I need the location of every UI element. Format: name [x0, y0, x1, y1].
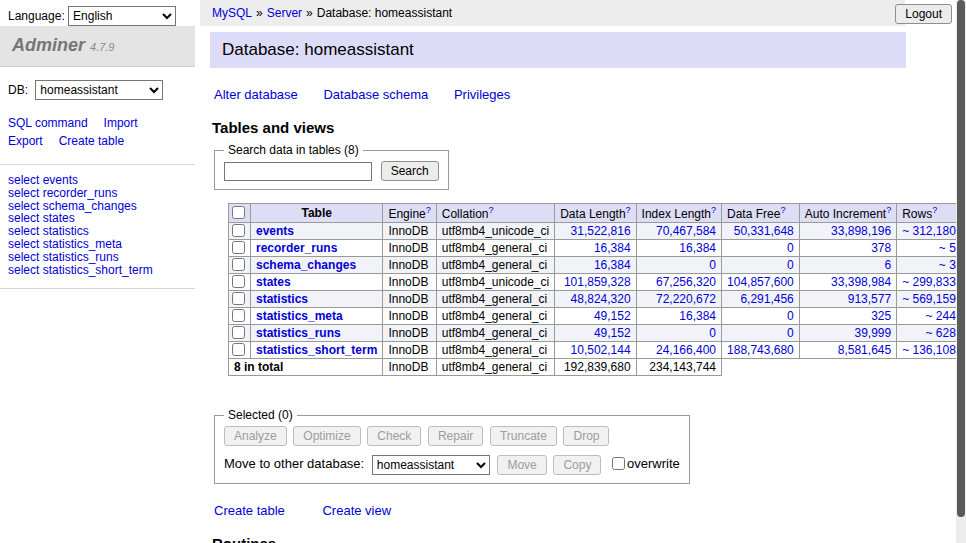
rows-count-link[interactable]: ~ 628	[926, 326, 956, 340]
cell-collation: utf8mb4_general_ci	[436, 240, 554, 257]
truncate-button[interactable]: Truncate	[490, 426, 557, 446]
index-length-link[interactable]: 24,166,400	[656, 343, 716, 357]
overwrite-checkbox[interactable]	[612, 457, 625, 470]
data-length-link[interactable]: 48,824,320	[571, 292, 631, 306]
row-checkbox[interactable]	[232, 309, 245, 322]
database-schema-link[interactable]: Database schema	[323, 87, 428, 102]
data-free-link[interactable]: 6,291,456	[740, 292, 793, 306]
create-table-link[interactable]: Create table	[214, 503, 285, 518]
help-icon[interactable]: ?	[488, 205, 493, 215]
table-name-link[interactable]: statistics_meta	[256, 309, 343, 323]
table-name-link[interactable]: states	[256, 275, 291, 289]
help-icon[interactable]: ?	[426, 205, 431, 215]
table-name-link[interactable]: recorder_runs	[256, 241, 337, 255]
language-select[interactable]: English	[68, 6, 176, 26]
check-button[interactable]: Check	[367, 426, 421, 446]
drop-button[interactable]: Drop	[563, 426, 609, 446]
help-icon[interactable]: ?	[626, 205, 631, 215]
auto-increment-link[interactable]: 913,577	[848, 292, 891, 306]
scrollbar-thumb[interactable]	[957, 0, 965, 517]
data-length-link[interactable]: 49,152	[594, 326, 631, 340]
table-name-link[interactable]: schema_changes	[256, 258, 356, 272]
help-icon[interactable]: ?	[886, 205, 891, 215]
overwrite-option[interactable]: overwrite	[612, 456, 680, 471]
data-free-link[interactable]: 0	[787, 258, 794, 272]
vertical-scrollbar[interactable]	[956, 0, 966, 543]
repair-button[interactable]: Repair	[428, 426, 483, 446]
rows-count-link[interactable]: ~ 244	[926, 309, 956, 323]
create-table-link-sidebar[interactable]: Create table	[59, 134, 124, 148]
index-length-link[interactable]: 67,256,320	[656, 275, 716, 289]
auto-increment-link[interactable]: 39,999	[854, 326, 891, 340]
breadcrumb-mysql-link[interactable]: MySQL	[212, 6, 252, 20]
app-version: 4.7.9	[90, 41, 114, 53]
rows-count-link[interactable]: ~ 136,108	[902, 343, 956, 357]
rows-count-link[interactable]: ~ 3	[939, 258, 956, 272]
cell-collation: utf8mb4_general_ci	[436, 342, 554, 359]
auto-increment-link[interactable]: 325	[871, 309, 891, 323]
data-length-link[interactable]: 101,859,328	[564, 275, 631, 289]
data-length-link[interactable]: 16,384	[594, 258, 631, 272]
data-length-link[interactable]: 49,152	[594, 309, 631, 323]
auto-increment-link[interactable]: 6	[884, 258, 891, 272]
move-button[interactable]: Move	[497, 455, 546, 475]
data-free-link[interactable]: 188,743,680	[727, 343, 794, 357]
row-checkbox[interactable]	[232, 275, 245, 288]
privileges-link[interactable]: Privileges	[454, 87, 510, 102]
data-length-link[interactable]: 31,522,816	[571, 224, 631, 238]
optimize-button[interactable]: Optimize	[293, 426, 360, 446]
rows-count-link[interactable]: ~ 312,180	[902, 224, 956, 238]
auto-increment-link[interactable]: 33,898,196	[831, 224, 891, 238]
breadcrumb-server-link[interactable]: Server	[267, 6, 302, 20]
data-free-link[interactable]: 50,331,648	[734, 224, 794, 238]
row-checkbox[interactable]	[232, 241, 245, 254]
auto-increment-link[interactable]: 33,398,984	[831, 275, 891, 289]
auto-increment-link[interactable]: 8,581,645	[838, 343, 891, 357]
export-link[interactable]: Export	[8, 134, 43, 148]
alter-database-link[interactable]: Alter database	[214, 87, 298, 102]
import-link[interactable]: Import	[104, 116, 138, 130]
table-name-link[interactable]: statistics_runs	[256, 326, 341, 340]
search-input[interactable]	[224, 162, 372, 181]
data-length-link[interactable]: 10,502,144	[571, 343, 631, 357]
table-name-link[interactable]: events	[256, 224, 294, 238]
analyze-button[interactable]: Analyze	[224, 426, 287, 446]
table-name-link[interactable]: statistics_short_term	[256, 343, 377, 357]
rows-count-link[interactable]: ~ 5	[939, 241, 956, 255]
rows-count-link[interactable]: ~ 569,159	[902, 292, 956, 306]
row-checkbox[interactable]	[232, 224, 245, 237]
breadcrumb: MySQL»Server»Database: homeassistant	[200, 0, 905, 26]
index-length-link[interactable]: 0	[709, 326, 716, 340]
table-name-link[interactable]: statistics	[256, 292, 308, 306]
data-free-link[interactable]: 0	[787, 241, 794, 255]
row-checkbox[interactable]	[232, 343, 245, 356]
help-icon[interactable]: ?	[932, 205, 937, 215]
data-free-link[interactable]: 0	[787, 309, 794, 323]
data-free-link[interactable]: 104,857,600	[727, 275, 794, 289]
index-length-link[interactable]: 16,384	[679, 241, 716, 255]
index-length-link[interactable]: 70,467,584	[656, 224, 716, 238]
data-length-link[interactable]: 16,384	[594, 241, 631, 255]
select-all-checkbox[interactable]	[232, 206, 245, 219]
row-checkbox[interactable]	[232, 326, 245, 339]
row-checkbox[interactable]	[232, 258, 245, 271]
db-select[interactable]: homeassistant	[35, 80, 163, 100]
index-length-link[interactable]: 72,220,672	[656, 292, 716, 306]
search-button[interactable]: Search	[381, 161, 439, 181]
rows-count-link[interactable]: ~ 299,833	[902, 275, 956, 289]
row-checkbox[interactable]	[232, 292, 245, 305]
table-footer-row: 8 in total InnoDB utf8mb4_general_ci 192…	[229, 359, 966, 376]
adminer-logo[interactable]: Adminer	[12, 35, 85, 55]
help-icon[interactable]: ?	[711, 205, 716, 215]
create-view-link[interactable]: Create view	[322, 503, 391, 518]
sidebar-item-select-statistics-short-term[interactable]: select statistics_short_term	[8, 263, 153, 277]
logout-button[interactable]: Logout	[895, 4, 952, 24]
sql-command-link[interactable]: SQL command	[8, 116, 88, 130]
auto-increment-link[interactable]: 378	[871, 241, 891, 255]
data-free-link[interactable]: 0	[787, 326, 794, 340]
help-icon[interactable]: ?	[780, 205, 785, 215]
move-db-select[interactable]: homeassistant	[372, 455, 490, 475]
copy-button[interactable]: Copy	[553, 455, 601, 475]
index-length-link[interactable]: 0	[709, 258, 716, 272]
index-length-link[interactable]: 16,384	[679, 309, 716, 323]
